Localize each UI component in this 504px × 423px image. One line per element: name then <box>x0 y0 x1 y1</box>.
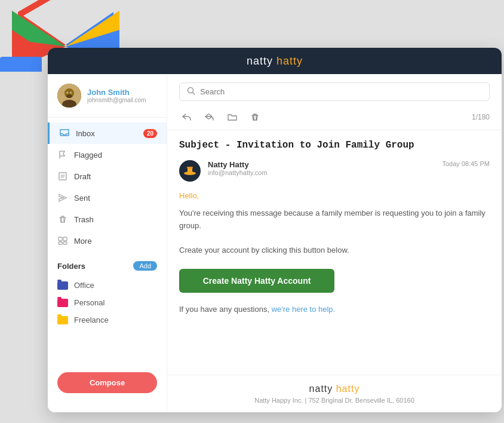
inbox-icon <box>59 128 70 139</box>
svg-rect-12 <box>59 237 62 241</box>
folder-blue-icon <box>57 281 68 290</box>
draft-icon <box>57 171 68 182</box>
sidebar: John Smith johnsmith@gmail.com Inbox 20 <box>48 74 167 412</box>
user-profile: John Smith johnsmith@gmail.com <box>48 84 167 118</box>
compose-button[interactable]: Compose <box>57 372 157 393</box>
content-area: John Smith johnsmith@gmail.com Inbox 20 <box>48 74 502 412</box>
more-label: More <box>74 237 157 246</box>
svg-point-9 <box>71 92 72 93</box>
svg-rect-15 <box>63 242 67 244</box>
flag-icon <box>57 149 68 160</box>
sender-email-addr: info@nattyhatty.com <box>208 169 268 176</box>
folder-yellow-icon <box>57 316 68 324</box>
header-title: natty hatty <box>247 55 303 68</box>
inbox-badge: 20 <box>143 129 157 138</box>
delete-icon[interactable] <box>247 109 263 125</box>
search-bar <box>167 74 502 107</box>
sidebar-item-inbox[interactable]: Inbox 20 <box>48 122 167 144</box>
email-toolbar: 1/180 <box>167 107 502 130</box>
email-from: Natty Hatty info@nattyhatty.com Today 08… <box>179 160 490 182</box>
folder-item-freelance[interactable]: Freelance <box>57 311 157 329</box>
footer-brand: natty hatty <box>179 384 490 394</box>
svg-rect-20 <box>187 167 193 168</box>
help-link[interactable]: we're here to help. <box>272 305 336 314</box>
header-bar: natty hatty <box>48 48 502 74</box>
folder-item-personal[interactable]: Personal <box>57 294 157 311</box>
svg-rect-2 <box>0 57 42 72</box>
create-account-button[interactable]: Create Natty Hatty Account <box>179 269 334 293</box>
footer-address: Natty Happy Inc. | 752 Briginal Dr. Bens… <box>179 397 490 404</box>
toolbar-icons <box>179 109 472 125</box>
user-info: John Smith johnsmith@gmail.com <box>87 88 146 103</box>
email-body-line2: Create your account by clicking this but… <box>179 244 490 257</box>
sidebar-item-draft[interactable]: Draft <box>48 165 167 187</box>
svg-rect-14 <box>59 242 62 244</box>
sidebar-spacer <box>48 329 167 372</box>
email-footer: natty hatty Natty Happy Inc. | 752 Brigi… <box>167 375 502 412</box>
draft-label: Draft <box>74 172 157 181</box>
folders-header: Folders Add <box>57 261 157 271</box>
email-count: 1/180 <box>472 113 490 121</box>
email-content: Subject - Invitation to Join Family Grou… <box>167 130 502 375</box>
search-icon <box>187 87 195 97</box>
email-timestamp: Today 08:45 PM <box>442 160 490 167</box>
email-greeting: Hello, <box>179 191 490 200</box>
sidebar-item-sent[interactable]: Sent <box>48 187 167 209</box>
user-email: johnsmith@gmail.com <box>87 97 146 103</box>
sender-name: Natty Hatty <box>208 160 268 169</box>
add-folder-button[interactable]: Add <box>133 261 157 271</box>
email-subject: Subject - Invitation to Join Family Grou… <box>179 140 490 151</box>
sent-label: Sent <box>74 194 157 203</box>
main-window: natty hatty <box>48 48 502 412</box>
folder-freelance-label: Freelance <box>74 315 109 324</box>
user-name: John Smith <box>87 88 146 97</box>
search-input-wrapper <box>179 82 490 101</box>
email-body-line1: You're receiving this message because a … <box>179 207 490 232</box>
avatar <box>57 84 81 108</box>
sent-icon <box>57 192 68 203</box>
trash-label: Trash <box>74 215 157 224</box>
more-icon <box>57 235 68 246</box>
email-body: You're receiving this message because a … <box>179 207 490 257</box>
svg-point-8 <box>67 92 69 93</box>
reply-icon[interactable] <box>179 109 195 125</box>
folder-item-office[interactable]: Office <box>57 277 157 294</box>
search-input[interactable] <box>200 87 482 96</box>
inbox-label: Inbox <box>76 129 143 138</box>
folders-section: Folders Add Office Personal Freelance <box>48 261 167 329</box>
svg-rect-1 <box>18 0 57 17</box>
reply-all-icon[interactable] <box>202 109 217 125</box>
flagged-label: Flagged <box>74 151 157 160</box>
folder-personal-label: Personal <box>74 298 105 307</box>
trash-icon <box>57 214 68 225</box>
folder-office-label: Office <box>74 281 94 290</box>
email-pane: 1/180 Subject - Invitation to Join Famil… <box>167 74 502 412</box>
sender-avatar <box>179 160 201 182</box>
sidebar-item-more[interactable]: More <box>48 230 167 252</box>
email-footer-text: If you have any questions, we're here to… <box>179 305 490 314</box>
folders-title: Folders <box>57 262 85 271</box>
svg-rect-13 <box>63 237 67 241</box>
folder-move-icon[interactable] <box>225 109 240 125</box>
sidebar-item-flagged[interactable]: Flagged <box>48 144 167 165</box>
sender-info: Natty Hatty info@nattyhatty.com <box>208 160 268 176</box>
svg-point-10 <box>66 94 72 98</box>
sidebar-item-trash[interactable]: Trash <box>48 209 167 230</box>
folder-pink-icon <box>57 299 68 307</box>
